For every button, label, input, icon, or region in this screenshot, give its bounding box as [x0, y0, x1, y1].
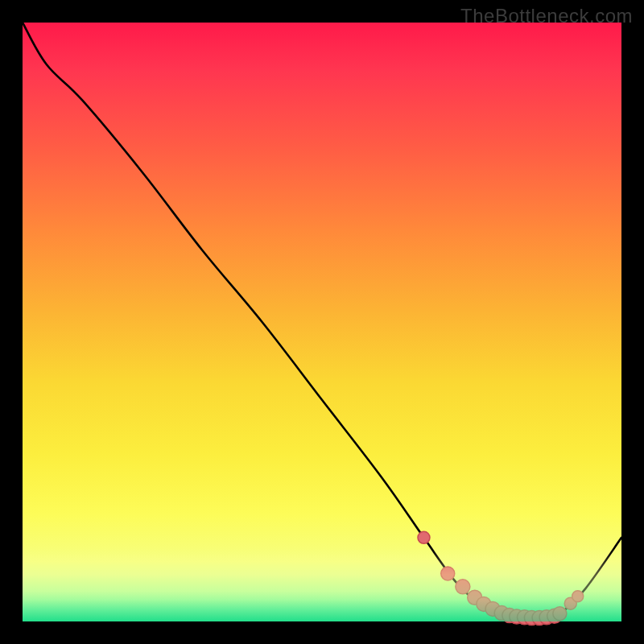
hotspot-marker [572, 591, 584, 602]
hotspot-markers [418, 531, 584, 625]
hotspot-marker [418, 531, 430, 543]
hotspot-marker [456, 580, 470, 594]
watermark-text: TheBottleneck.com [460, 5, 633, 27]
hotspot-marker [441, 567, 455, 580]
chart-svg [23, 23, 621, 621]
bottleneck-curve [23, 23, 621, 618]
hotspot-marker [553, 607, 567, 621]
chart-plot-area [23, 23, 621, 621]
